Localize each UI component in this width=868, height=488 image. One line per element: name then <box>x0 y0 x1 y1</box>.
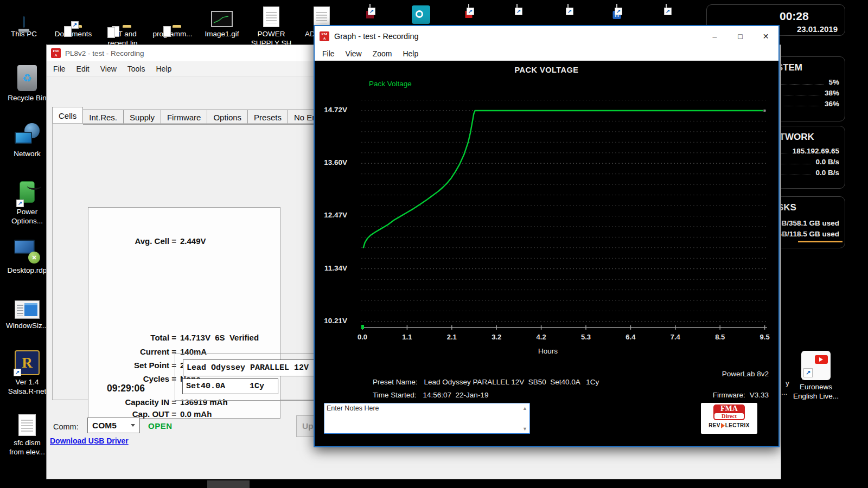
tab-options[interactable]: Options <box>207 110 248 125</box>
shortcut-page-icon: H↗ <box>616 4 617 14</box>
x-axis-tick-label: 8.5 <box>707 333 733 341</box>
notes-input[interactable]: Enter Notes Here <box>324 403 530 434</box>
r-app-icon: R↗ <box>15 350 40 375</box>
shortcut-page-icon: ↗ <box>666 4 667 14</box>
capacity-in-label: Capacity IN = <box>88 397 176 407</box>
x-axis-tick-label: 2.1 <box>439 333 465 341</box>
x-axis-tick-label: 5.3 <box>573 333 599 341</box>
menu-zoom[interactable]: Zoom <box>367 47 398 60</box>
disk-usage-bar <box>798 241 843 242</box>
logo-lectrix-text: LECTRIX <box>725 422 750 428</box>
desktop-shortcut-blue-h[interactable]: H↗ <box>609 4 625 14</box>
icon-label-line2: English Live... <box>783 391 848 401</box>
menu-tools[interactable]: Tools <box>122 62 151 75</box>
desktop-shortcut-plain-1[interactable]: ↗ <box>509 4 525 14</box>
shortcut-page-icon: ↗ <box>369 4 371 14</box>
tab-cells[interactable]: Cells <box>52 107 83 124</box>
y-axis-tick-label: 11.34V <box>315 264 347 272</box>
desktop-icon-documents[interactable]: ↗ Documents <box>49 4 97 38</box>
x-axis-tick-label: 7.4 <box>662 333 688 341</box>
network-globe-icon <box>15 123 40 147</box>
icon-label: Documents <box>49 29 97 38</box>
maximize-button[interactable]: □ <box>727 26 753 47</box>
x-axis-tick-label: 6.4 <box>617 333 643 341</box>
chevron-down-icon <box>131 424 135 427</box>
x-axis-tick-label: 3.2 <box>483 333 509 341</box>
menu-file[interactable]: File <box>48 62 71 75</box>
comm-label: Comm: <box>53 422 79 431</box>
scroll-down-icon[interactable]: ▼ <box>522 426 527 432</box>
window-title: Graph - test - Recording <box>334 32 419 41</box>
tab-int-res[interactable]: Int.Res. <box>83 110 124 125</box>
ram-usage-value: 38% <box>825 89 839 97</box>
comm-status: OPEN <box>148 421 173 431</box>
desktop-icon-euronews[interactable]: ↗ Euronews English Live... <box>783 350 848 401</box>
scroll-up-icon[interactable]: ▲ <box>522 406 527 411</box>
x-axis-title: Hours <box>521 347 575 355</box>
icon-label: POWER <box>247 29 295 38</box>
logo-rev-text: REV <box>709 422 720 428</box>
image-thumbnail-icon <box>211 11 233 27</box>
tab-firmware[interactable]: Firmware <box>161 110 208 125</box>
window-title: PL8v2 - test - Recording <box>65 49 144 57</box>
youtube-shortcut-icon: ↗ <box>801 351 831 380</box>
desktop-icon-programm[interactable]: programm... <box>149 4 196 38</box>
firmware-value: V3.33 <box>750 391 769 399</box>
menu-view[interactable]: View <box>340 47 367 60</box>
x-axis-tick-label: 1.1 <box>394 333 420 341</box>
elapsed-time: 09:29:06 <box>93 383 158 394</box>
download-speed-value: 0.0 B/s <box>815 169 839 177</box>
desktop-shortcut-plain-2[interactable]: ↗ <box>658 4 674 14</box>
desktop-shortcut-fma-red[interactable]: ↗ <box>461 4 477 14</box>
swap-usage-value: 36% <box>825 100 839 108</box>
avg-cell-value: 2.449V <box>180 236 206 246</box>
minimize-button[interactable]: – <box>702 26 727 47</box>
close-button[interactable]: ✕ <box>753 26 778 47</box>
desktop-shortcut-teal-app[interactable] <box>412 5 430 26</box>
graph-menubar: File View Zoom Help <box>315 47 778 61</box>
com-port-select[interactable]: COM5 <box>87 418 140 433</box>
disk-c-usage-value: GB/358.1 GB used <box>776 219 839 227</box>
desktop-icon-power-supply[interactable]: POWER SUPPLY SH <box>247 4 295 48</box>
disk-d-usage-value: GB/118.5 GB used <box>776 230 839 238</box>
chart-area: PACK VOLTAGE Pack Voltage 14.72V13.60V12… <box>315 61 778 446</box>
logo-fma-text: FMA <box>714 405 744 413</box>
shortcut-page-icon: ↗ <box>567 4 569 14</box>
time-started-label: Time Started: <box>373 391 417 399</box>
icon-label: programm... <box>149 29 196 38</box>
document-icon <box>314 7 330 27</box>
icon-label: Image1.gif <box>198 29 246 38</box>
desktop-shortcut-fma-dark[interactable]: ↗ <box>362 4 378 14</box>
com-port-value: COM5 <box>88 421 131 431</box>
clock-time: 00:28 <box>780 10 809 23</box>
desktop-icon-this-pc[interactable]: This PC <box>0 4 48 38</box>
desktop-icon-image1-gif[interactable]: Image1.gif <box>198 4 246 38</box>
menu-edit[interactable]: Edit <box>71 62 95 75</box>
bottom-strip <box>0 479 868 488</box>
computer-icon <box>23 17 25 27</box>
graph-titlebar[interactable]: FMA Graph - test - Recording – □ ✕ <box>315 26 778 47</box>
y-axis-tick-label: 10.21V <box>315 317 347 325</box>
preset-name-display: Lead Odyssey PARALLEL 12V <box>183 359 322 376</box>
y-axis-tick-label: 14.72V <box>315 106 347 114</box>
menu-view[interactable]: View <box>95 62 122 75</box>
tab-presets[interactable]: Presets <box>248 110 288 125</box>
tab-supply[interactable]: Supply <box>124 110 161 125</box>
menu-help[interactable]: Help <box>150 62 177 75</box>
logo-arrow-icon <box>721 423 725 428</box>
current-label: Current = <box>88 347 176 356</box>
menu-help[interactable]: Help <box>397 47 424 60</box>
time-started-value: 14:56:07 22-Jan-19 <box>423 391 489 399</box>
clipped-icon-label-fragment: ... <box>781 388 787 396</box>
y-axis-tick-label: 13.60V <box>315 158 347 166</box>
desktop-icon-txt-folder[interactable]: TXT and recent lin <box>99 4 146 48</box>
fma-app-icon: FMA <box>320 31 329 41</box>
fma-app-icon: FMA <box>51 48 61 58</box>
download-usb-driver-link[interactable]: Download USB Driver <box>50 436 129 445</box>
icon-label: TXT and <box>99 29 146 38</box>
camera-app-icon <box>412 5 430 24</box>
x-axis-tick-label: 0.0 <box>349 333 375 341</box>
desktop-shortcut-green-orb[interactable]: ↗ <box>560 4 576 14</box>
document-icon <box>18 414 36 436</box>
menu-file[interactable]: File <box>317 47 340 60</box>
